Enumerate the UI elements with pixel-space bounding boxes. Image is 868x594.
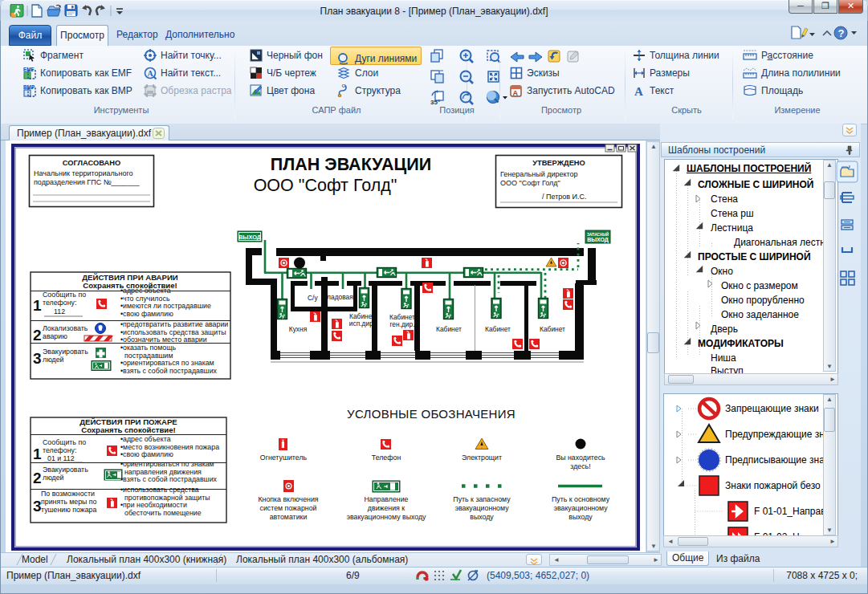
svg-text:Кабинет: Кабинет	[485, 325, 511, 333]
svg-text:УСЛОВНЫЕ ОБОЗНАЧЕНИЯ: УСЛОВНЫЕ ОБОЗНАЧЕНИЯ	[347, 407, 516, 421]
svg-text:•адрес объекта: •адрес объекта	[120, 287, 171, 295]
svg-text:3: 3	[33, 350, 42, 367]
svg-text:Кладовая: Кладовая	[323, 293, 353, 301]
svg-text:1: 1	[33, 297, 42, 314]
svg-text:1: 1	[33, 446, 42, 462]
svg-text:автоматики: автоматики	[270, 513, 308, 521]
svg-text:•взять с собой пострадавших: •взять с собой пострадавших	[120, 367, 218, 375]
svg-text:•предотвратить развитие аварии: •предотвратить развитие аварии	[120, 320, 228, 328]
svg-text:Огнетушитель: Огнетушитель	[260, 454, 308, 462]
svg-text:ПЛАН ЭВАКУАЦИИ: ПЛАН ЭВАКУАЦИИ	[271, 155, 431, 174]
svg-text:•ориентироваться по знакам: •ориентироваться по знакам	[120, 359, 214, 367]
svg-text:•обозначить место аварии: •обозначить место аварии	[120, 336, 207, 344]
svg-text:По возможности: По возможности	[41, 490, 95, 498]
svg-text:систем пожарной: систем пожарной	[260, 504, 317, 512]
svg-text:2: 2	[33, 327, 42, 344]
svg-text:Начальник территориального: Начальник территориального	[34, 169, 133, 177]
svg-text:Локализовать: Локализовать	[43, 324, 88, 332]
svg-text:•оказать помощь: •оказать помощь	[120, 344, 176, 352]
svg-text:3: 3	[33, 498, 42, 515]
svg-text:телефону:: телефону:	[43, 446, 76, 454]
svg-text:•адрес объекта: •адрес объекта	[120, 435, 171, 443]
svg-text:•что случилось: •что случилось	[120, 295, 170, 303]
svg-text:•свою фамилию: •свою фамилию	[120, 450, 173, 458]
svg-text:Кабинет: Кабинет	[540, 325, 565, 333]
svg-text:01 и 112: 01 и 112	[47, 454, 75, 462]
svg-text:ВЫХОД: ВЫХОД	[587, 237, 609, 243]
svg-text:здесь!: здесь!	[570, 462, 590, 470]
svg-text:•ориентироваться по знакам: •ориентироваться по знакам	[120, 460, 214, 468]
svg-text:Сохранять спокойствие!: Сохранять спокойствие!	[81, 425, 176, 434]
svg-text:A: A	[513, 89, 519, 97]
svg-text:•место возникновения пожара: •место возникновения пожара	[120, 443, 219, 451]
svg-text:•взять с собой пострадавших: •взять с собой пострадавших	[120, 475, 218, 483]
svg-text:Кухня: Кухня	[289, 325, 307, 333]
svg-text:•при необходимости: •при необходимости	[120, 501, 187, 509]
svg-text:ООО "Софт Голд": ООО "Софт Голд"	[254, 176, 397, 195]
svg-text:Вы находитесь: Вы находитесь	[556, 454, 605, 462]
svg-text:•имеются ли пострадавшие: •имеются ли пострадавшие	[120, 302, 211, 310]
svg-text:•использовать средства: •использовать средства	[120, 486, 199, 494]
svg-text:УТВЕРЖДЕНО: УТВЕРЖДЕНО	[532, 159, 585, 167]
svg-text:исп.дир.: исп.дир.	[349, 319, 375, 328]
svg-text:Путь к основному: Путь к основному	[552, 495, 610, 503]
svg-text:С/у: С/у	[308, 294, 318, 302]
svg-text:выходу: выходу	[470, 513, 494, 521]
svg-text:?: ?	[838, 27, 845, 39]
svg-text:112: 112	[54, 307, 65, 315]
svg-text:людей: людей	[43, 474, 64, 482]
svg-text:ЗАПАСНЫЙ: ЗАПАСНЫЙ	[587, 231, 609, 237]
svg-text:A: A	[634, 85, 643, 97]
svg-text:пострадавшим: пострадавшим	[124, 352, 173, 360]
svg-text:Направление: Направление	[365, 495, 409, 503]
svg-text:эвакуационному: эвакуационному	[553, 504, 608, 512]
svg-text:движения к: движения к	[368, 504, 405, 512]
svg-text:выходу: выходу	[568, 513, 593, 521]
svg-text:•использовать средства защиты: •использовать средства защиты	[120, 328, 226, 336]
svg-text:Кнопка включения: Кнопка включения	[258, 495, 318, 503]
svg-text:противопожарной защиты: противопожарной защиты	[124, 494, 210, 502]
svg-text:Эвакуировать: Эвакуировать	[43, 466, 88, 474]
svg-text:аварию: аварию	[43, 332, 67, 340]
svg-text:A: A	[148, 69, 154, 78]
svg-text:2: 2	[33, 470, 42, 486]
svg-text:ООО "Софт Голд": ООО "Софт Голд"	[500, 179, 560, 187]
svg-text:обесточить помещение: обесточить помещение	[124, 509, 202, 517]
svg-text:Сообщить по: Сообщить по	[43, 291, 86, 299]
svg-text:Генеральный директор: Генеральный директор	[500, 170, 578, 178]
svg-text:СОГЛАСОВАНО: СОГЛАСОВАНО	[63, 159, 120, 167]
svg-text:Путь к запасному: Путь к запасному	[453, 495, 511, 503]
svg-text:BMP: BMP	[23, 84, 35, 90]
svg-text:ВЫХОД: ВЫХОД	[238, 234, 262, 241]
svg-text:ген.дир.: ген.дир.	[389, 320, 414, 328]
svg-text:эвакуационному: эвакуационному	[454, 504, 509, 512]
svg-text:Сообщить по: Сообщить по	[43, 438, 86, 446]
svg-text:принять меры по: принять меры по	[41, 498, 97, 506]
svg-text:подразделения ГПС №_______: подразделения ГПС №_______	[34, 178, 140, 186]
svg-text:Электрощит: Электрощит	[462, 454, 502, 462]
svg-text:Кабинет: Кабинет	[436, 325, 462, 333]
svg-text:телефону:: телефону:	[43, 299, 76, 307]
svg-text:EMF: EMF	[23, 67, 35, 72]
svg-text:Телефон: Телефон	[372, 454, 401, 462]
svg-text:эвакуационному выходу: эвакуационному выходу	[346, 513, 426, 521]
svg-text:Эвакуировать: Эвакуировать	[43, 348, 88, 356]
svg-text:/ Петров И.С.: / Петров И.С.	[542, 193, 587, 201]
svg-text:людей: людей	[43, 356, 64, 364]
svg-text:•свою фамилию: •свою фамилию	[120, 310, 173, 318]
svg-text:направления движения: направления движения	[124, 468, 202, 476]
svg-text:тушению пожара: тушению пожара	[41, 506, 97, 514]
